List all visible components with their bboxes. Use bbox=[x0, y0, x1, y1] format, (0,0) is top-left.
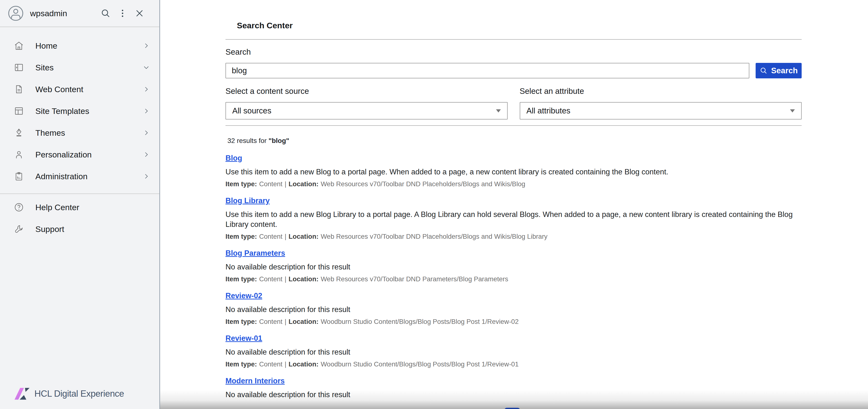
location-label: Location: bbox=[288, 233, 318, 240]
result-title-link[interactable]: Modern Interiors bbox=[225, 377, 285, 385]
result-description: No available description for this result bbox=[225, 390, 799, 400]
search-result: Modern Interiors No available descriptio… bbox=[225, 377, 799, 400]
sidebar-item-label: Personalization bbox=[35, 150, 143, 159]
result-meta: Item type:Content|Location:Woodburn Stud… bbox=[225, 317, 799, 326]
result-description: Use this item to add a new Blog Library … bbox=[225, 209, 799, 229]
sites-icon bbox=[13, 62, 24, 73]
sidebar-item-administration[interactable]: Administration bbox=[0, 165, 159, 187]
meta-separator: | bbox=[285, 233, 286, 240]
user-name: wpsadmin bbox=[30, 9, 94, 18]
search-button[interactable]: Search bbox=[755, 63, 802, 78]
sidebar-item-sites[interactable]: Sites bbox=[0, 57, 159, 78]
search-result: Blog Library Use this item to add a new … bbox=[225, 196, 799, 241]
location-label: Location: bbox=[288, 318, 318, 325]
administration-icon bbox=[13, 171, 24, 182]
item-type-value: Content bbox=[259, 318, 282, 325]
item-type-value: Content bbox=[259, 361, 282, 368]
sidebar-item-label: Site Templates bbox=[35, 106, 143, 116]
dropdown-caret-icon bbox=[496, 109, 501, 112]
result-title-link[interactable]: Review-01 bbox=[225, 334, 262, 343]
sidebar-item-label: Support bbox=[35, 225, 150, 234]
web-content-icon bbox=[13, 84, 24, 95]
sidebar-header: wpsadmin bbox=[0, 0, 159, 27]
sidebar-item-support[interactable]: Support bbox=[0, 218, 159, 240]
title-divider bbox=[225, 39, 802, 40]
sidebar-item-label: Web Content bbox=[35, 84, 143, 94]
results-summary: 32 results for "blog" bbox=[227, 137, 802, 145]
meta-separator: | bbox=[285, 275, 286, 283]
search-icon[interactable] bbox=[100, 8, 111, 19]
result-description: No available description for this result bbox=[225, 347, 799, 357]
hcl-logo-icon bbox=[14, 388, 30, 400]
sidebar-item-web-content[interactable]: Web Content bbox=[0, 78, 159, 100]
pagination-page-1[interactable]: 1 bbox=[504, 408, 520, 409]
location-label: Location: bbox=[288, 275, 318, 283]
sidebar-menu: Home Sites Web Content Site Templates Th… bbox=[0, 27, 159, 187]
location-value: Woodburn Studio Content/Blogs/Blog Posts… bbox=[321, 318, 519, 325]
sidebar-item-site-templates[interactable]: Site Templates bbox=[0, 100, 159, 122]
support-icon bbox=[13, 224, 24, 234]
overflow-menu-icon[interactable] bbox=[117, 8, 128, 19]
site-templates-icon bbox=[13, 106, 24, 116]
chevron-right-icon bbox=[143, 42, 150, 49]
item-type-value: Content bbox=[259, 275, 282, 283]
search-field-label: Search bbox=[225, 47, 802, 57]
logo-text: HCL Digital Experience bbox=[34, 389, 124, 399]
chevron-right-icon bbox=[143, 151, 150, 159]
item-type-label: Item type: bbox=[225, 318, 257, 325]
result-title-link[interactable]: Blog Parameters bbox=[225, 249, 285, 258]
results-summary-term: "blog" bbox=[269, 137, 289, 144]
help-center-icon bbox=[13, 202, 24, 213]
user-avatar-icon bbox=[8, 5, 24, 21]
sidebar-item-personalization[interactable]: Personalization bbox=[0, 144, 159, 165]
dropdown-caret-icon bbox=[790, 109, 795, 112]
search-result: Review-01 No available description for t… bbox=[225, 334, 799, 368]
personalization-icon bbox=[13, 149, 24, 160]
close-icon[interactable] bbox=[134, 8, 145, 19]
location-value: Web Resources v70/Toolbar DND Placeholde… bbox=[321, 233, 547, 240]
meta-separator: | bbox=[285, 361, 286, 368]
sidebar-item-label: Themes bbox=[35, 128, 143, 138]
result-meta: Item type:Content|Location:Woodburn Stud… bbox=[225, 360, 799, 368]
attribute-label: Select an attribute bbox=[520, 87, 802, 96]
search-button-icon bbox=[760, 67, 768, 75]
item-type-label: Item type: bbox=[225, 361, 257, 368]
app-window: wpsadmin Home Sites bbox=[0, 0, 868, 409]
page-title: Search Center bbox=[237, 21, 802, 30]
location-value: Woodburn Studio Content/Blogs/Blog Posts… bbox=[321, 361, 519, 368]
sidebar: wpsadmin Home Sites bbox=[0, 0, 160, 409]
filter-row: Select a content source All sources Sele… bbox=[225, 79, 802, 120]
result-description: No available description for this result bbox=[225, 262, 799, 272]
results-list: Blog Use this item to add a new Blog to … bbox=[225, 154, 799, 400]
chevron-right-icon bbox=[143, 172, 150, 180]
search-result: Blog Use this item to add a new Blog to … bbox=[225, 154, 799, 188]
sidebar-footer-menu: Help Center Support bbox=[0, 194, 159, 240]
search-input[interactable] bbox=[225, 63, 749, 78]
meta-separator: | bbox=[285, 180, 286, 188]
attribute-select[interactable]: All attributes bbox=[520, 102, 802, 120]
result-description: No available description for this result bbox=[225, 305, 799, 314]
home-icon bbox=[13, 40, 24, 51]
content-source-select[interactable]: All sources bbox=[225, 102, 507, 120]
chevron-down-icon bbox=[143, 64, 150, 71]
chevron-right-icon bbox=[143, 129, 150, 137]
result-title-link[interactable]: Blog bbox=[225, 154, 242, 163]
result-description: Use this item to add a new Blog to a por… bbox=[225, 167, 799, 177]
search-result: Review-02 No available description for t… bbox=[225, 292, 799, 326]
sidebar-item-label: Help Center bbox=[35, 203, 150, 212]
meta-separator: | bbox=[285, 318, 286, 325]
sidebar-item-label: Administration bbox=[35, 172, 143, 181]
sidebar-item-label: Sites bbox=[35, 63, 143, 72]
search-result: Blog Parameters No available description… bbox=[225, 249, 799, 283]
sidebar-item-label: Home bbox=[35, 41, 143, 50]
content-source-label: Select a content source bbox=[225, 87, 507, 96]
item-type-value: Content bbox=[259, 180, 282, 188]
result-title-link[interactable]: Blog Library bbox=[225, 196, 270, 205]
sidebar-item-help-center[interactable]: Help Center bbox=[0, 196, 159, 218]
item-type-label: Item type: bbox=[225, 180, 257, 188]
result-title-link[interactable]: Review-02 bbox=[225, 292, 262, 300]
item-type-label: Item type: bbox=[225, 275, 257, 283]
sidebar-item-home[interactable]: Home bbox=[0, 35, 159, 57]
sidebar-item-themes[interactable]: Themes bbox=[0, 122, 159, 144]
location-value: Web Resources v70/Toolbar DND Placeholde… bbox=[321, 180, 525, 188]
